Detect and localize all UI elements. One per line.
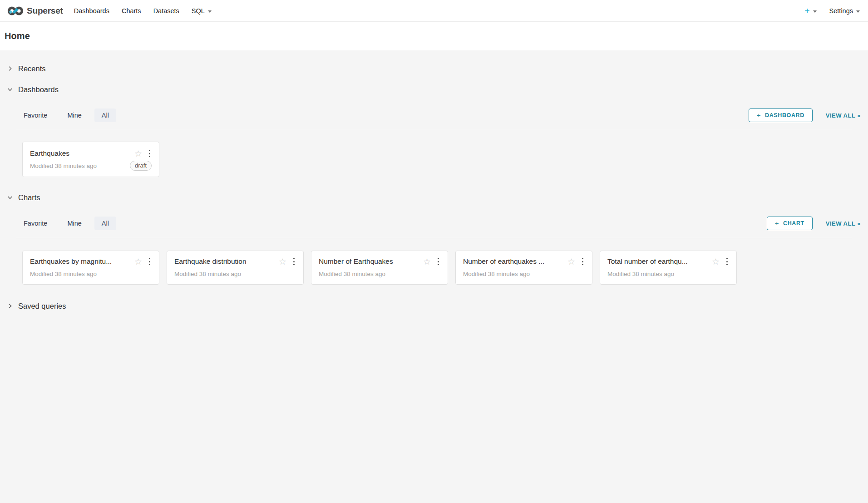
section-header-recents[interactable]: Recents [7,58,861,79]
charts-submenu: Favorite Mine All + CHART VIEW ALL » [16,214,861,232]
draft-status-badge: draft [130,161,152,171]
chevron-right-icon [7,66,13,71]
caret-down-icon [813,10,817,13]
card-top: Total number of earthqu... ☆ [607,256,729,267]
dashboards-card-row: Earthquakes ☆ Modified 38 minutes ago dr… [7,130,861,187]
tab-all[interactable]: All [94,108,116,122]
modified-text: Modified 38 minutes ago [319,271,440,277]
caret-down-icon [208,10,212,13]
section-title: Charts [18,193,40,202]
page-header: Home [0,22,868,50]
plus-icon: + [775,220,779,227]
modified-text: Modified 38 minutes ago [174,271,296,277]
charts-actions: + CHART VIEW ALL » [767,217,861,230]
nav-item-label: Dashboards [74,7,109,15]
kebab-menu-icon[interactable] [725,256,729,267]
nav-item-charts[interactable]: Charts [122,7,141,15]
charts-tabs: Favorite Mine All [16,217,116,230]
chart-card[interactable]: Earthquakes by magnitu... ☆ Modified 38 … [22,251,159,285]
chevron-down-icon [7,195,13,200]
tab-mine[interactable]: Mine [60,108,89,122]
dashboards-view-all-link[interactable]: VIEW ALL » [826,112,861,119]
dashboards-tabs: Favorite Mine All [16,108,116,122]
modified-text: Modified 38 minutes ago [607,271,729,277]
favorite-star-icon[interactable]: ☆ [279,257,286,266]
caret-down-icon [856,10,860,13]
new-chart-button[interactable]: + CHART [767,217,813,230]
nav-item-label: SQL [192,7,205,15]
chevron-down-icon [7,87,13,92]
home-content: Recents Dashboards Favorite Mine All + D… [0,50,868,316]
favorite-star-icon[interactable]: ☆ [134,257,142,266]
tab-mine[interactable]: Mine [60,217,89,230]
nav-item-dashboards[interactable]: Dashboards [74,7,109,15]
section-header-charts[interactable]: Charts [7,187,861,208]
plus-icon: + [804,6,809,15]
page-title: Home [5,31,30,41]
section-header-saved-queries[interactable]: Saved queries [7,296,861,316]
main-nav: Dashboards Charts Datasets SQL [74,7,212,15]
modified-text: Modified 38 minutes ago [463,271,585,277]
dashboards-actions: + DASHBOARD VIEW ALL » [749,108,861,122]
chart-card[interactable]: Total number of earthqu... ☆ Modified 38… [600,251,737,285]
card-title[interactable]: Number of Earthquakes [319,256,419,267]
card-bottom: Modified 38 minutes ago draft [30,161,152,171]
section-header-dashboards[interactable]: Dashboards [7,79,861,100]
section-title: Recents [18,64,46,73]
card-bottom: Modified 38 minutes ago [30,269,152,279]
modified-text: Modified 38 minutes ago [30,271,152,277]
kebab-menu-icon[interactable] [292,256,296,267]
nav-item-label: Charts [122,7,141,15]
chevron-right-icon [7,303,13,309]
kebab-menu-icon[interactable] [436,256,440,267]
nav-item-label: Datasets [153,7,179,15]
card-title[interactable]: Number of earthquakes ... [463,256,564,267]
charts-card-row: Earthquakes by magnitu... ☆ Modified 38 … [7,238,861,296]
card-bottom: Modified 38 minutes ago [174,269,296,279]
new-item-menu-button[interactable]: + [804,6,816,15]
card-title[interactable]: Earthquake distribution [174,256,275,267]
dashboards-panel: Favorite Mine All + DASHBOARD VIEW ALL »… [7,106,861,187]
card-bottom: Modified 38 minutes ago [607,269,729,279]
charts-panel: Favorite Mine All + CHART VIEW ALL » Ear… [7,214,861,296]
superset-infinity-icon [7,5,24,16]
card-title[interactable]: Earthquakes [30,148,131,159]
nav-item-datasets[interactable]: Datasets [153,7,179,15]
chart-card[interactable]: Number of Earthquakes ☆ Modified 38 minu… [311,251,448,285]
favorite-star-icon[interactable]: ☆ [423,257,431,266]
modified-text: Modified 38 minutes ago [30,163,130,169]
favorite-star-icon[interactable]: ☆ [134,149,142,158]
card-top: Number of Earthquakes ☆ [319,256,440,267]
kebab-menu-icon[interactable] [148,148,152,159]
chart-card[interactable]: Number of earthquakes ... ☆ Modified 38 … [455,251,592,285]
tab-favorite[interactable]: Favorite [16,217,54,230]
navbar-right: + Settings [804,6,861,15]
superset-logo[interactable]: Superset [7,5,63,16]
tab-all[interactable]: All [94,217,116,230]
card-top: Earthquakes ☆ [30,148,152,159]
settings-menu-button[interactable]: Settings [829,7,860,15]
navbar: Superset Dashboards Charts Datasets SQL … [0,0,868,22]
new-dashboard-button-label: DASHBOARD [765,112,804,118]
favorite-star-icon[interactable]: ☆ [567,257,575,266]
settings-label: Settings [829,7,853,15]
brand-name: Superset [27,6,63,16]
new-dashboard-button[interactable]: + DASHBOARD [749,108,813,122]
plus-icon: + [757,112,761,118]
nav-item-sql[interactable]: SQL [192,7,212,15]
tab-favorite[interactable]: Favorite [16,108,54,122]
section-title: Dashboards [18,85,59,94]
card-title[interactable]: Total number of earthqu... [607,256,708,267]
card-title[interactable]: Earthquakes by magnitu... [30,256,131,267]
chart-card[interactable]: Earthquake distribution ☆ Modified 38 mi… [167,251,304,285]
card-top: Earthquake distribution ☆ [174,256,296,267]
favorite-star-icon[interactable]: ☆ [712,257,720,266]
section-title: Saved queries [18,302,66,311]
kebab-menu-icon[interactable] [581,256,585,267]
card-top: Earthquakes by magnitu... ☆ [30,256,152,267]
kebab-menu-icon[interactable] [148,256,152,267]
dashboards-submenu: Favorite Mine All + DASHBOARD VIEW ALL » [16,106,861,124]
charts-view-all-link[interactable]: VIEW ALL » [826,220,861,227]
new-chart-button-label: CHART [783,220,804,227]
dashboard-card-earthquakes[interactable]: Earthquakes ☆ Modified 38 minutes ago dr… [22,142,159,177]
